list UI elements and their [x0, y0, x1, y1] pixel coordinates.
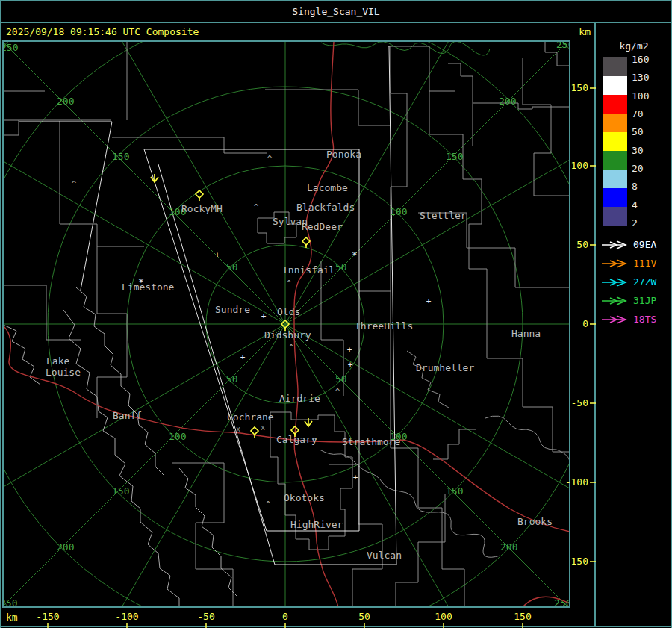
bottom-axis-tick-label: 50: [358, 611, 370, 622]
bottom-axis-tick-label: 0: [282, 611, 288, 622]
legend-swatch-8: [603, 188, 627, 207]
legend-swatch-70: [603, 114, 627, 132]
legend-value-label: 20: [632, 163, 644, 174]
legend-swatch-30: [603, 151, 627, 170]
legend-swatch-160: [603, 57, 627, 76]
right-axis-tick-label: 50: [576, 239, 588, 250]
legend-value-label: 4: [632, 199, 638, 211]
legend-value-label: 160: [632, 54, 649, 65]
legend-unit-label: kg/m2: [619, 40, 648, 52]
legend-swatch-4: [603, 207, 627, 226]
timestamp-label: 2025/09/18 09:15:46 UTC Composite: [6, 26, 199, 37]
map-viewport[interactable]: [4, 42, 569, 606]
legend-value-label: 2: [632, 217, 638, 228]
track-id-label-18TS: 18TS: [633, 314, 656, 325]
right-axis-tick-label: -50: [571, 397, 588, 408]
legend-swatch-20: [603, 170, 627, 188]
bottom-axis-tick-label: -100: [115, 611, 138, 622]
bottom-axis-tick-label: 150: [514, 611, 531, 622]
legend-swatch-130: [603, 76, 627, 95]
legend-value-label: 130: [632, 72, 649, 83]
legend-value-label: 100: [632, 90, 649, 102]
legend-swatch-100: [603, 95, 627, 114]
axis-unit-bottom-label: km: [6, 612, 18, 623]
legend-value-label: 70: [632, 108, 644, 119]
window-title: Single_Scan_VIL: [292, 6, 380, 17]
radar-display: 5050505010010010010015015015015020020020…: [0, 0, 672, 628]
bottom-axis-tick-label: -50: [197, 611, 214, 622]
legend-value-label: 50: [632, 126, 644, 137]
right-axis-tick-label: 100: [571, 160, 588, 171]
track-id-label-111V: 111V: [633, 258, 656, 269]
right-axis-tick-label: 150: [571, 82, 588, 93]
bottom-axis-tick-label: -150: [36, 611, 59, 622]
right-axis-tick-label: 0: [582, 318, 588, 329]
axis-unit-top-label: km: [579, 26, 591, 37]
track-id-label-09EA: 09EA: [633, 239, 656, 250]
track-id-label-27ZW: 27ZW: [633, 276, 656, 287]
track-id-label-31JP: 31JP: [633, 295, 656, 306]
legend-swatch-50: [603, 132, 627, 151]
radar-app-window: 5050505010010010010015015015015020020020…: [0, 0, 672, 628]
bottom-axis-tick-label: 100: [435, 611, 452, 622]
legend-value-label: 30: [632, 145, 644, 156]
legend-value-label: 8: [632, 181, 638, 192]
